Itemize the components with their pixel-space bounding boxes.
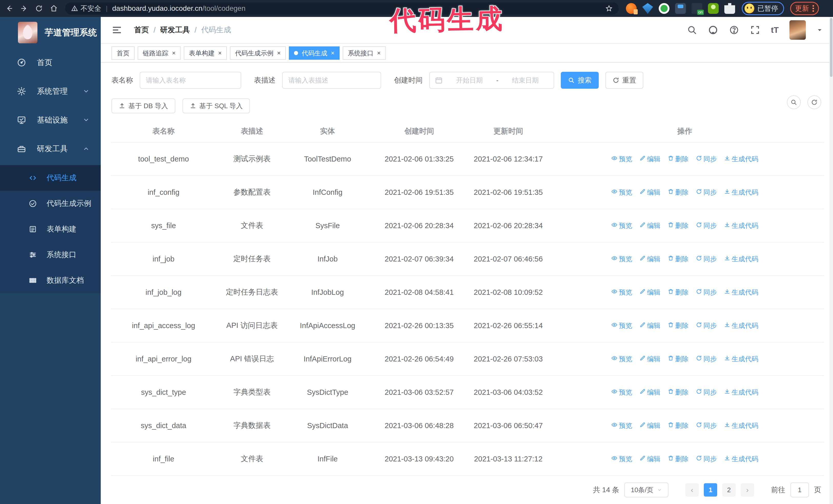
security-label[interactable]: 不安全 [80,4,101,13]
back-icon[interactable] [4,3,15,14]
action-preview-link[interactable]: 预览 [611,221,632,230]
breadcrumb-item[interactable]: 研发工具 [160,25,190,35]
fullscreen-icon[interactable] [750,25,760,35]
action-delete-link[interactable]: 删除 [668,288,689,297]
action-sync-link[interactable]: 同步 [696,388,717,397]
action-delete-link[interactable]: 删除 [668,321,689,330]
action-preview-link[interactable]: 预览 [611,355,632,363]
action-preview-link[interactable]: 预览 [611,421,632,430]
search-icon[interactable] [687,25,697,35]
action-edit-link[interactable]: 编辑 [640,255,661,264]
sidebar-subitem-4[interactable]: 系统接口 [0,242,101,268]
sidebar-subitem-3[interactable]: 表单构建 [0,216,101,242]
extension-shield-icon[interactable] [659,3,669,14]
reload-icon[interactable] [33,3,45,14]
action-preview-link[interactable]: 预览 [611,321,632,330]
action-generate-link[interactable]: 生成代码 [724,288,758,297]
sidebar-item-3[interactable]: 基础设施 [0,105,101,134]
profile-paused-chip[interactable]: 已暂停 [742,2,784,15]
action-delete-link[interactable]: 删除 [668,188,689,197]
action-preview-link[interactable]: 预览 [611,154,632,164]
action-sync-link[interactable]: 同步 [696,154,717,164]
action-sync-link[interactable]: 同步 [696,421,717,430]
action-preview-link[interactable]: 预览 [611,188,632,197]
next-page-button[interactable]: › [741,483,754,497]
extension-orange-icon[interactable] [626,3,637,14]
import-sql-button[interactable]: 基于 SQL 导入 [183,98,250,113]
action-generate-link[interactable]: 生成代码 [724,188,758,197]
action-edit-link[interactable]: 编辑 [640,221,661,230]
date-end-placeholder[interactable]: 结束日期 [502,76,548,85]
action-preview-link[interactable]: 预览 [611,288,632,297]
goto-page-input[interactable] [790,482,809,497]
user-caret-down-icon[interactable] [816,27,823,33]
forward-icon[interactable] [19,3,30,14]
extension-person-icon[interactable] [708,3,719,14]
tab-4[interactable]: 代码生成示例× [230,46,286,60]
extension-on-badge-icon[interactable] [691,3,702,14]
action-sync-link[interactable]: 同步 [696,221,717,230]
table-name-input[interactable] [140,72,241,89]
close-icon[interactable]: × [218,50,222,56]
sidebar-subitem-5[interactable]: 数据库文档 [0,268,101,293]
action-delete-link[interactable]: 删除 [668,355,689,363]
action-preview-link[interactable]: 预览 [611,455,632,463]
action-preview-link[interactable]: 预览 [611,255,632,264]
action-edit-link[interactable]: 编辑 [640,388,661,397]
url-bar[interactable]: 不安全 | dashboard.yudao.iocoder.cn /tool/c… [65,2,619,15]
reset-button[interactable]: 重置 [605,72,643,89]
date-start-placeholder[interactable]: 开始日期 [446,76,493,85]
action-delete-link[interactable]: 删除 [668,421,689,430]
scrollbar-thumb[interactable] [830,18,832,77]
action-generate-link[interactable]: 生成代码 [724,154,758,164]
action-sync-link[interactable]: 同步 [696,288,717,297]
prev-page-button[interactable]: ‹ [685,483,699,497]
action-edit-link[interactable]: 编辑 [640,288,661,297]
action-generate-link[interactable]: 生成代码 [724,388,758,397]
browser-menu-dots-icon[interactable] [812,5,814,12]
logo-row[interactable]: 芋道管理系统 [0,17,101,48]
breadcrumb-item[interactable]: 首页 [134,25,149,35]
close-icon[interactable]: × [331,50,334,56]
action-sync-link[interactable]: 同步 [696,355,717,363]
action-generate-link[interactable]: 生成代码 [724,355,758,363]
extension-grid-icon[interactable] [675,3,686,14]
action-generate-link[interactable]: 生成代码 [724,421,758,430]
tab-6[interactable]: 系统接口× [343,46,386,60]
extension-gem-icon[interactable] [642,3,653,14]
action-generate-link[interactable]: 生成代码 [724,221,758,230]
action-edit-link[interactable]: 编辑 [640,154,661,164]
action-generate-link[interactable]: 生成代码 [724,321,758,330]
close-icon[interactable]: × [277,50,281,56]
date-range-picker[interactable]: 开始日期 - 结束日期 [429,72,554,89]
action-delete-link[interactable]: 删除 [668,388,689,397]
toggle-search-icon[interactable] [787,95,801,109]
sidebar-subitem-2[interactable]: 代码生成示例 [0,191,101,216]
tab-1[interactable]: 首页 [112,46,135,60]
home-icon[interactable] [48,3,60,14]
bookmark-star-icon[interactable] [605,5,613,12]
page-button-2[interactable]: 2 [722,483,736,497]
action-generate-link[interactable]: 生成代码 [724,455,758,463]
action-preview-link[interactable]: 预览 [611,388,632,397]
close-icon[interactable]: × [377,50,381,56]
search-button[interactable]: 搜索 [561,72,599,89]
action-delete-link[interactable]: 删除 [668,255,689,264]
import-db-button[interactable]: 基于 DB 导入 [112,98,175,113]
github-icon[interactable] [708,25,718,35]
action-sync-link[interactable]: 同步 [696,255,717,264]
tab-5[interactable]: 代码生成× [289,46,340,60]
action-delete-link[interactable]: 删除 [668,455,689,463]
action-edit-link[interactable]: 编辑 [640,321,661,330]
tab-2[interactable]: 链路追踪× [138,46,181,60]
action-sync-link[interactable]: 同步 [696,321,717,330]
update-button[interactable]: 更新 [790,2,819,15]
sidebar-item-1[interactable]: 首页 [0,48,101,77]
action-generate-link[interactable]: 生成代码 [724,255,758,264]
action-sync-link[interactable]: 同步 [696,455,717,463]
action-edit-link[interactable]: 编辑 [640,455,661,463]
sidebar-subitem-1[interactable]: 代码生成 [0,165,101,191]
tab-3[interactable]: 表单构建× [184,46,227,60]
action-sync-link[interactable]: 同步 [696,188,717,197]
font-size-icon[interactable]: tT [771,25,779,35]
